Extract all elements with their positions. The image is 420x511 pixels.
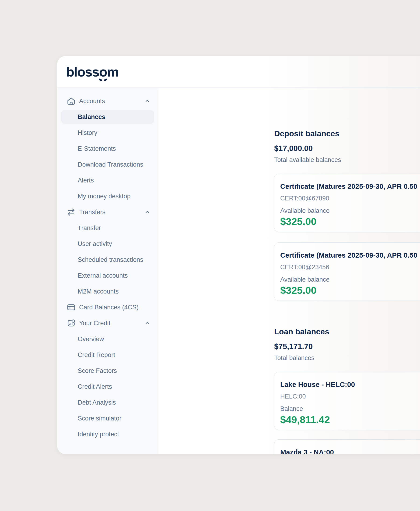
account-card-title: Mazda 3 - NA:00 [280,448,420,454]
credit-score-icon [67,318,76,328]
logo-petal-o: o [99,65,107,79]
sidebar-section-accounts[interactable]: Accounts [57,93,158,109]
sidebar-section-label: Transfers [79,209,105,216]
sidebar-nav: Accounts Balances History E-Statements D… [57,88,158,454]
main-content: Deposit balances $17,000.00 Total availa… [158,88,420,454]
account-card-amount: $49,811.42 [280,414,420,425]
account-card-title: Certificate (Matures 2025-09-30, APR 0.5… [280,182,420,191]
sidebar-section-label: Card Balances (4CS) [79,304,139,311]
home-icon [67,96,76,106]
sidebar-item-credit-alerts[interactable]: Credit Alerts [57,379,158,395]
account-card-certificate-23456[interactable]: Certificate (Matures 2025-09-30, APR 0.5… [274,242,420,301]
sidebar-item-balances[interactable]: Balances [61,110,154,124]
app-header: blossom [57,56,420,88]
sidebar-item-m2m-accounts[interactable]: M2M accounts [57,284,158,299]
account-card-amount: $325.00 [280,216,420,227]
window-body: Accounts Balances History E-Statements D… [57,88,420,454]
loan-total-amount: $75,171.70 [274,342,420,351]
logo-text-prefix: bloss [66,65,99,79]
account-card-mazda-3[interactable]: Mazda 3 - NA:00 [274,439,420,454]
blossom-logo[interactable]: blossom [66,65,119,79]
credit-card-icon [67,303,76,312]
sidebar-item-scheduled-transactions[interactable]: Scheduled transactions [57,252,158,268]
transfers-icon [67,207,76,217]
account-card-lake-house[interactable]: Lake House - HELC:00 HELC:00 Balance $49… [274,372,420,430]
sidebar-item-user-activity[interactable]: User activity [57,236,158,252]
sidebar-item-debt-analysis[interactable]: Debt Analysis [57,395,158,410]
sidebar-item-e-statements[interactable]: E-Statements [57,141,158,157]
loan-balances-section: Loan balances $75,171.70 Total balances … [274,327,420,454]
chevron-up-icon[interactable] [144,209,150,215]
loan-total-label: Total balances [274,354,420,362]
sidebar-item-score-simulator[interactable]: Score simulator [57,410,158,426]
account-card-code: CERT:00@23456 [280,263,420,271]
sidebar-section-label: Accounts [79,98,105,105]
chevron-up-icon[interactable] [144,98,150,104]
account-card-title: Certificate (Matures 2025-09-30, APR 0.5… [280,251,420,259]
sidebar-item-score-factors[interactable]: Score Factors [57,363,158,379]
sidebar-section-card-balances[interactable]: Card Balances (4CS) [57,299,158,315]
account-card-balance-label: Available balance [280,207,420,215]
logo-text-suffix: m [107,65,119,79]
sidebar-item-transfer[interactable]: Transfer [57,220,158,236]
sidebar-item-history[interactable]: History [57,125,158,141]
sidebar-item-overview[interactable]: Overview [57,331,158,347]
sidebar-item-my-money-desktop[interactable]: My money desktop [57,188,158,204]
sidebar-item-identity-protect[interactable]: Identity protect [57,426,158,442]
sidebar-section-your-credit[interactable]: Your Credit [57,315,158,331]
deposit-total-amount: $17,000.00 [274,144,420,153]
deposit-balances-section: Deposit balances $17,000.00 Total availa… [274,129,420,301]
account-card-balance-label: Balance [280,405,420,413]
sidebar-item-alerts[interactable]: Alerts [57,173,158,188]
account-card-certificate-67890[interactable]: Certificate (Matures 2025-09-30, APR 0.5… [274,174,420,232]
account-card-code: CERT:00@67890 [280,195,420,202]
page-background: blossom Accounts Balances History E-Stat… [0,0,420,511]
chevron-up-icon[interactable] [144,320,150,326]
account-card-title: Lake House - HELC:00 [280,380,420,389]
deposit-total-label: Total available balances [274,156,420,164]
loan-balances-heading: Loan balances [274,327,420,336]
sidebar-item-download-transactions[interactable]: Download Transactions [57,157,158,173]
sidebar-item-credit-report[interactable]: Credit Report [57,347,158,363]
sidebar-item-external-accounts[interactable]: External accounts [57,268,158,284]
sidebar-section-transfers[interactable]: Transfers [57,204,158,220]
account-card-code: HELC:00 [280,393,420,400]
deposit-balances-heading: Deposit balances [274,129,420,138]
app-window: blossom Accounts Balances History E-Stat… [57,56,420,454]
account-card-amount: $325.00 [280,285,420,296]
sidebar-section-label: Your Credit [79,320,110,327]
account-card-balance-label: Available balance [280,276,420,284]
